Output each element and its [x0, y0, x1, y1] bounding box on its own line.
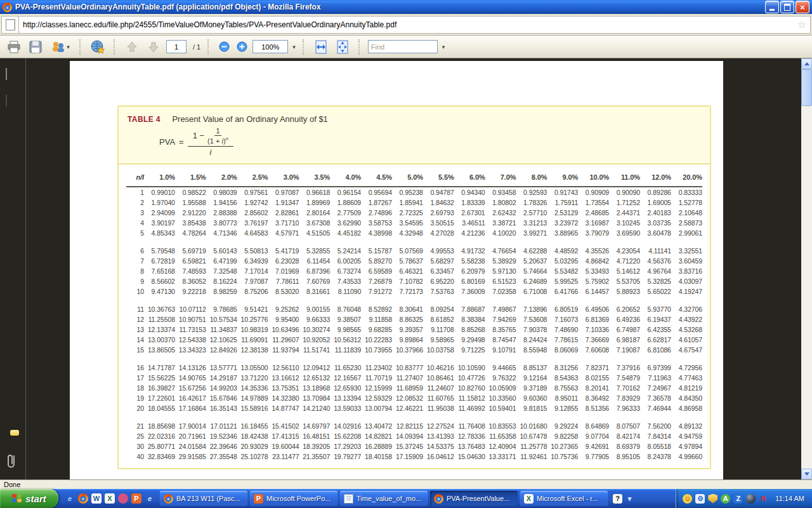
web-tools-button[interactable]	[89, 38, 107, 56]
page-number-input[interactable]	[166, 40, 187, 53]
table-header-row: n/I1.0%1.5%2.0%2.5%3.0%3.5%4.0%4.5%5.0%5…	[126, 171, 702, 187]
value-cell: 12.09412	[299, 363, 330, 373]
messenger-icon[interactable]	[118, 493, 128, 504]
chevron-down-icon[interactable]: ▾	[442, 44, 445, 50]
value-cell: 6.95220	[423, 276, 454, 286]
value-cell: 12.65930	[330, 383, 361, 393]
previous-page-button[interactable]	[123, 38, 141, 56]
browser-icon[interactable]: e	[145, 493, 155, 504]
value-cell: 7.94269	[485, 314, 516, 324]
rate-column-header: 8.0%	[516, 171, 547, 187]
antivirus-icon[interactable]: A	[721, 494, 730, 504]
pages-panel-button[interactable]	[6, 69, 7, 80]
zoom-in-button[interactable]	[235, 38, 249, 56]
value-cell: 3.58753	[361, 218, 392, 228]
restore-button[interactable]	[780, 1, 794, 13]
period-cell: 12	[126, 314, 144, 324]
smiley-icon[interactable]: ☺	[683, 494, 692, 504]
value-cell: 11.92461	[516, 451, 547, 462]
value-cell: 18.39205	[299, 441, 330, 451]
chevron-down-icon[interactable]: ▾	[292, 44, 296, 50]
zoom-out-button[interactable]	[217, 38, 231, 56]
value-cell: 9.39357	[392, 324, 423, 335]
table-row: 109.471309.222188.982598.752068.530208.3…	[126, 286, 702, 304]
tool-icon[interactable]: ⚙	[695, 494, 705, 504]
next-page-button[interactable]	[145, 38, 162, 56]
value-cell: 2.69793	[423, 208, 454, 218]
value-cell: 11.73153	[175, 324, 206, 335]
value-cell: 2.74896	[361, 208, 392, 218]
value-cell: 14.21240	[299, 403, 330, 421]
value-cell: 8.06069	[547, 345, 578, 363]
value-cell: 4.51505	[299, 228, 330, 246]
internet-explorer-icon[interactable]: e	[65, 493, 75, 504]
value-cell: 13.59033	[330, 403, 361, 421]
pdf-page: TABLE 4 Present Value of an Ordinary Ann…	[70, 61, 723, 479]
vertical-scrollbar[interactable]	[801, 58, 812, 479]
firefox-icon	[3, 3, 12, 12]
email-button[interactable]: ▾	[48, 38, 72, 56]
value-cell: 3.46511	[454, 218, 485, 228]
quick-launch-bar: eWXPe	[58, 493, 160, 504]
excel-icon: X	[524, 494, 534, 504]
value-cell: 15.67256	[175, 383, 206, 393]
value-cell: 13.00794	[361, 403, 392, 421]
excel-icon[interactable]: X	[105, 493, 115, 504]
value-cell: 13.33171	[485, 451, 516, 462]
find-input[interactable]	[368, 40, 438, 53]
start-button[interactable]: start	[0, 489, 58, 508]
help-icon[interactable]: ?	[613, 494, 622, 504]
powerpoint-icon[interactable]: P	[131, 493, 141, 504]
taskbar-task[interactable]: PMicrosoft PowerPo...	[250, 491, 337, 506]
shield-icon[interactable]	[708, 494, 717, 504]
value-cell: 11.51741	[299, 345, 330, 363]
url-field[interactable]: http://classes.lanecc.edu/file.php/24555…	[19, 16, 811, 34]
scrollbar-thumb[interactable]	[801, 69, 812, 106]
value-cell: 8.07507	[609, 421, 640, 431]
norton-icon[interactable]: N	[759, 494, 768, 504]
value-cell: 3.99271	[516, 228, 547, 246]
save-button[interactable]	[27, 38, 44, 56]
value-cell: 1.88609	[330, 197, 361, 208]
taskbar-task[interactable]: XMicrosoft Excel - r...	[520, 491, 608, 506]
firefox-icon[interactable]	[78, 493, 88, 504]
layers-panel-button[interactable]	[6, 95, 7, 107]
word-icon[interactable]: W	[91, 493, 102, 504]
value-cell: 11.23402	[361, 363, 392, 373]
value-cell: 9.82258	[547, 431, 578, 441]
value-cell: 9.95400	[268, 314, 299, 324]
taskbar-task[interactable]: BA 213 W11 (Pasc...	[160, 491, 247, 506]
scroll-down-button[interactable]	[801, 469, 812, 479]
value-cell: 6.71008	[516, 286, 547, 304]
fit-page-button[interactable]	[334, 38, 351, 56]
taskbar-task[interactable]: Time_value_of_mo...	[340, 491, 428, 506]
value-cell: 0.98522	[175, 187, 206, 197]
close-button[interactable]: ×	[796, 1, 809, 13]
value-cell: 5.33493	[578, 266, 609, 276]
zoom-level-select[interactable]: 100%	[252, 40, 288, 53]
value-cell: 4.61057	[671, 335, 702, 345]
value-cell: 13.18968	[299, 383, 330, 393]
hidden-icons-chevron-icon[interactable]: ▾	[625, 494, 634, 504]
globe-icon[interactable]	[746, 494, 756, 504]
value-cell: 8.30641	[392, 304, 423, 314]
attachments-panel-button[interactable]	[6, 453, 17, 470]
zoom-out-icon	[219, 41, 230, 52]
value-cell: 7.48690	[547, 324, 578, 335]
value-cell: 7.97087	[237, 276, 268, 286]
value-cell: 7.11963	[640, 373, 671, 383]
bookmark-star-icon[interactable]: ☆	[797, 20, 806, 30]
taskbar-task[interactable]: PVA-PresentValue...	[430, 491, 518, 506]
z-app-icon[interactable]: Z	[733, 494, 743, 504]
minimize-button[interactable]	[765, 1, 779, 13]
print-button[interactable]	[5, 38, 23, 56]
value-cell: 6.23028	[268, 256, 299, 266]
value-cell: 6.41766	[547, 286, 578, 304]
table-row: 2018.0455517.1686416.3514315.5891614.877…	[126, 403, 702, 421]
fit-width-button[interactable]	[312, 38, 330, 56]
value-cell: 7.16073	[547, 314, 578, 324]
favicon-button[interactable]	[1, 16, 19, 34]
value-cell: 4.85343	[144, 228, 175, 246]
scroll-up-button[interactable]	[801, 58, 812, 69]
value-cell: 24.01584	[175, 441, 206, 451]
